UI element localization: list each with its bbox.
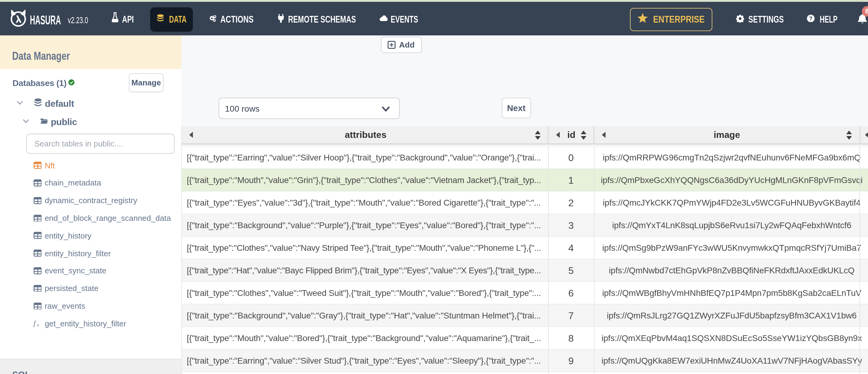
svg-text:f: f	[33, 320, 36, 327]
svg-text:x: x	[37, 323, 39, 327]
svg-text:?: ?	[809, 15, 812, 21]
